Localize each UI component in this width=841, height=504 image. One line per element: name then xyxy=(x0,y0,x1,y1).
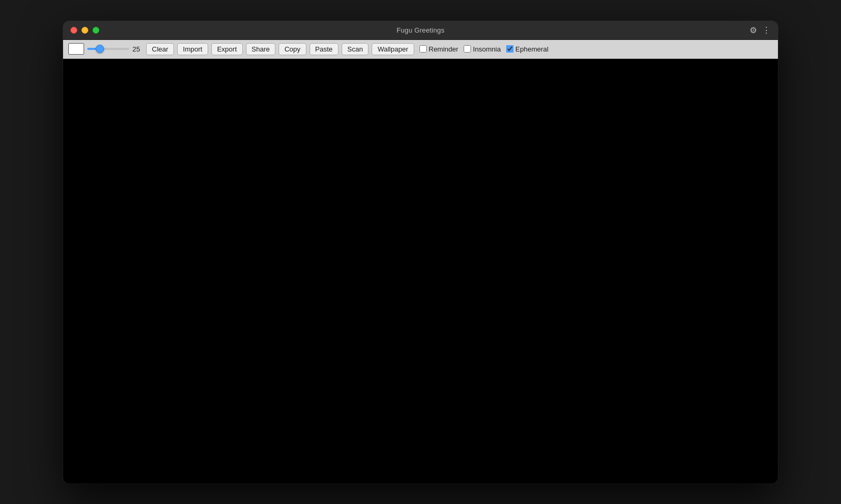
toolbar: 25 Clear Import Export Share Copy Paste … xyxy=(63,40,778,59)
reminder-checkbox-label[interactable]: Reminder xyxy=(419,45,458,53)
close-button[interactable] xyxy=(70,27,77,34)
reminder-label: Reminder xyxy=(429,45,458,53)
pen-color-swatch[interactable] xyxy=(68,43,84,55)
drawing-canvas[interactable] xyxy=(63,59,778,484)
more-icon[interactable]: ⋮ xyxy=(762,25,771,35)
traffic-lights xyxy=(70,27,99,34)
share-button[interactable]: Share xyxy=(246,43,276,55)
insomnia-label: Insomnia xyxy=(473,45,501,53)
maximize-button[interactable] xyxy=(93,27,99,34)
size-slider[interactable] xyxy=(87,48,129,50)
reminder-checkbox[interactable] xyxy=(419,45,427,53)
app-window: Fugu Greetings ⚙ ⋮ 25 Clear Import Expor… xyxy=(63,21,778,484)
scan-button[interactable]: Scan xyxy=(342,43,369,55)
ephemeral-checkbox-label[interactable]: Ephemeral xyxy=(506,45,549,53)
titlebar: Fugu Greetings ⚙ ⋮ xyxy=(63,21,778,40)
paste-button[interactable]: Paste xyxy=(310,43,339,55)
import-button[interactable]: Import xyxy=(177,43,208,55)
checkbox-group: Reminder Insomnia Ephemeral xyxy=(419,45,549,53)
minimize-button[interactable] xyxy=(81,27,88,34)
copy-button[interactable]: Copy xyxy=(279,43,306,55)
export-button[interactable]: Export xyxy=(211,43,243,55)
insomnia-checkbox[interactable] xyxy=(464,45,471,53)
size-slider-container: 25 xyxy=(87,45,143,53)
insomnia-checkbox-label[interactable]: Insomnia xyxy=(464,45,501,53)
titlebar-actions: ⚙ ⋮ xyxy=(750,25,771,35)
ephemeral-label: Ephemeral xyxy=(516,45,549,53)
clear-button[interactable]: Clear xyxy=(146,43,174,55)
window-title: Fugu Greetings xyxy=(396,26,444,34)
slider-value-display: 25 xyxy=(132,45,143,53)
extensions-icon[interactable]: ⚙ xyxy=(750,25,757,35)
wallpaper-button[interactable]: Wallpaper xyxy=(372,43,414,55)
ephemeral-checkbox[interactable] xyxy=(506,45,514,53)
